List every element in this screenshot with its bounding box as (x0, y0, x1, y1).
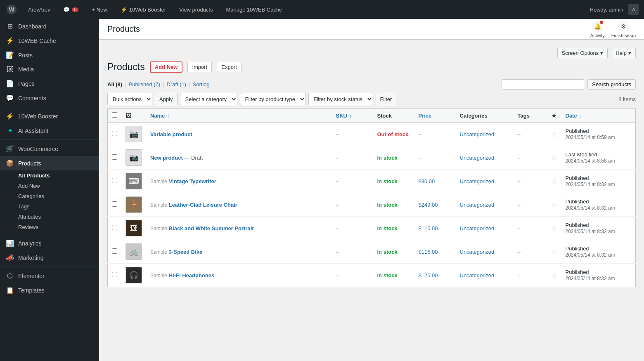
sidebar-item-elementor[interactable]: ⬡ Elementor (0, 269, 99, 283)
row-checkbox[interactable] (112, 178, 117, 183)
category-link[interactable]: Uncategorized (460, 202, 495, 208)
sidebar-item-ai-assistant[interactable]: ✦ AI Assistant (0, 123, 99, 138)
filter-bar: All (8) | Published (7) | Draft (1) | So… (107, 79, 636, 90)
product-name-link[interactable]: Black and White Summer Portrait (169, 225, 254, 231)
secondary-bar-right: 🔔 Activity ⚙ Finish setup (590, 21, 636, 38)
date-sort-icon: ↓ (579, 114, 581, 118)
search-input[interactable] (502, 79, 584, 90)
product-price: $90.00 (414, 170, 456, 193)
filter-published[interactable]: Published (7) (129, 81, 161, 87)
stock-filter-select[interactable]: Filter by stock status (308, 93, 373, 105)
site-name[interactable]: ArevArev (25, 5, 53, 14)
select-all-checkbox[interactable] (112, 112, 117, 118)
sidebar-subitem-categories[interactable]: Categories (0, 191, 99, 201)
product-date: Published2024/05/14 at 8:32 am (561, 217, 636, 240)
category-link[interactable]: Uncategorized (460, 272, 495, 278)
screen-options-button[interactable]: Screen Options ▾ (557, 48, 608, 58)
category-link[interactable]: Uncategorized (460, 178, 495, 184)
sidebar-label-10web-cache: 10WEB Cache (18, 38, 56, 44)
bulk-actions-select[interactable]: Bulk actions (107, 93, 152, 105)
import-button[interactable]: Import (187, 62, 212, 72)
th-date[interactable]: Date ↓ (561, 109, 636, 123)
product-date: Published2024/05/14 at 8:32 am (561, 193, 636, 217)
featured-star-icon[interactable]: ☆ (551, 225, 557, 232)
featured-star-icon[interactable]: ☆ (551, 201, 557, 208)
sku-sort-icon: ↕ (350, 114, 352, 118)
sidebar-subitem-attributes[interactable]: Attributes (0, 212, 99, 222)
filter-sorting[interactable]: Sorting (193, 81, 210, 87)
booster-link[interactable]: ⚡ 10Web Booster (117, 5, 169, 14)
sidebar-item-dashboard[interactable]: ⊞ Dashboard (0, 19, 99, 33)
category-link[interactable]: Uncategorized (460, 225, 495, 231)
user-avatar[interactable]: A (628, 4, 639, 15)
featured-star-icon[interactable]: ☆ (551, 131, 557, 138)
category-link[interactable]: Uncategorized (460, 249, 495, 255)
category-link[interactable]: Uncategorized (460, 131, 495, 137)
row-checkbox[interactable] (112, 248, 117, 254)
sidebar-item-pages[interactable]: 📄 Pages (0, 76, 99, 91)
filter-button[interactable]: Filter (376, 93, 397, 105)
sidebar-subitem-add-new[interactable]: Add New (0, 181, 99, 191)
featured-star-icon[interactable]: ☆ (551, 178, 557, 185)
row-checkbox[interactable] (112, 225, 117, 230)
product-stock: In stock (373, 217, 414, 240)
filter-all[interactable]: All (8) (107, 81, 122, 87)
sidebar-subitem-reviews[interactable]: Reviews (0, 222, 99, 232)
sidebar-item-templates[interactable]: 📋 Templates (0, 283, 99, 297)
export-button[interactable]: Export (217, 62, 242, 72)
row-checkbox[interactable] (112, 154, 117, 160)
th-sku[interactable]: SKU ↕ (332, 109, 373, 123)
product-name-link[interactable]: Hi-Fi Headphones (169, 272, 215, 278)
product-sku: – (332, 240, 373, 264)
wp-logo[interactable]: W (5, 3, 18, 16)
help-button[interactable]: Help ▾ (611, 48, 636, 58)
product-name-link[interactable]: Vintage Typewriter (169, 178, 216, 184)
sidebar-item-10web-booster[interactable]: ⚡ 10Web Booster (0, 109, 99, 123)
sidebar-subitem-all-products[interactable]: All Products (0, 170, 99, 181)
product-thumbnail: ⌨ (125, 173, 142, 189)
apply-button[interactable]: Apply (155, 93, 178, 105)
featured-star-icon[interactable]: ☆ (551, 154, 557, 161)
sidebar-item-products[interactable]: 📦 Products (0, 156, 99, 170)
search-button[interactable]: Search products (587, 79, 636, 90)
featured-star-icon[interactable]: ☆ (551, 272, 557, 279)
screen-options-bar: Screen Options ▾ Help ▾ (107, 48, 636, 58)
sidebar-item-media[interactable]: 🖼 Media (0, 62, 99, 76)
category-link[interactable]: Uncategorized (460, 155, 495, 161)
product-name-link[interactable]: 3-Speed Bike (169, 249, 203, 255)
product-featured: ☆ (547, 193, 561, 217)
product-tags: – (514, 217, 547, 240)
product-price: $115.00 (414, 217, 456, 240)
product-date: Published2024/05/14 at 8:32 am (561, 240, 636, 264)
view-products-link[interactable]: View products (176, 5, 216, 14)
sidebar-subitem-tags[interactable]: Tags (0, 201, 99, 212)
featured-star-icon[interactable]: ☆ (551, 248, 557, 255)
product-name-link[interactable]: Variable product (150, 131, 192, 137)
sidebar-item-comments[interactable]: 💬 Comments (0, 91, 99, 105)
product-type-filter-select[interactable]: Filter by product type (240, 93, 306, 105)
product-name-link[interactable]: New product (150, 155, 183, 161)
finish-setup-button[interactable]: ⚙ Finish setup (611, 21, 636, 38)
filter-draft[interactable]: Draft (1) (167, 81, 187, 87)
row-checkbox[interactable] (112, 272, 117, 277)
comments-link[interactable]: 💬 0 (60, 5, 82, 14)
elementor-icon: ⬡ (6, 272, 14, 280)
activity-button[interactable]: 🔔 Activity (590, 21, 605, 38)
sidebar-item-marketing[interactable]: 📣 Marketing (0, 250, 99, 265)
new-link[interactable]: + New (88, 5, 110, 14)
category-filter-select[interactable]: Select a category (180, 93, 237, 105)
manage-cache-link[interactable]: Manage 10WEB Cache (223, 5, 285, 14)
th-price[interactable]: Price ↕ (414, 109, 456, 123)
row-checkbox[interactable] (112, 131, 117, 136)
sidebar-item-woocommerce[interactable]: 🛒 WooCommerce (0, 142, 99, 156)
sidebar-item-posts[interactable]: 📝 Posts (0, 48, 99, 62)
add-new-button[interactable]: Add New (150, 61, 183, 73)
product-name-link[interactable]: Leather-Clad Leisure Chair (169, 202, 237, 208)
th-name[interactable]: Name ↕ (146, 109, 332, 123)
sidebar-item-analytics[interactable]: 📊 Analytics (0, 236, 99, 250)
row-checkbox[interactable] (112, 201, 117, 207)
sidebar-label-templates: Templates (18, 287, 45, 294)
sidebar-item-10web-cache[interactable]: ⚡ 10WEB Cache (0, 33, 99, 48)
product-featured: ☆ (547, 123, 561, 146)
product-sku: – (332, 193, 373, 217)
